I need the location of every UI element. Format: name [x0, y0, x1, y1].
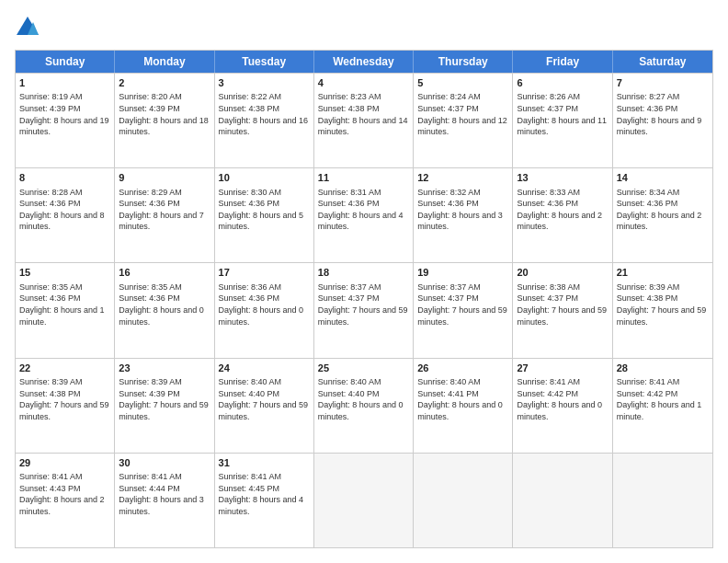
sunset: Sunset: 4:37 PM [517, 293, 578, 303]
daylight: Daylight: 8 hours and 0 minutes. [219, 305, 304, 327]
day-number: 5 [417, 76, 508, 90]
sunset: Sunset: 4:39 PM [119, 389, 180, 398]
sunrise: Sunrise: 8:26 AM [517, 92, 580, 101]
day-number: 21 [617, 266, 709, 280]
daylight: Daylight: 7 hours and 59 minutes. [119, 400, 209, 421]
cal-cell: 8Sunrise: 8:28 AMSunset: 4:36 PMDaylight… [16, 168, 115, 262]
sunrise: Sunrise: 8:32 AM [417, 188, 481, 197]
sunrise: Sunrise: 8:40 AM [219, 377, 282, 386]
day-number: 6 [517, 76, 608, 90]
daylight: Daylight: 8 hours and 9 minutes. [617, 116, 702, 137]
cal-row-5: 29Sunrise: 8:41 AMSunset: 4:43 PMDayligh… [16, 453, 712, 547]
sunset: Sunset: 4:36 PM [617, 199, 678, 208]
sunset: Sunset: 4:40 PM [219, 389, 280, 398]
day-number: 18 [318, 266, 409, 280]
sunrise: Sunrise: 8:41 AM [517, 377, 580, 386]
day-number: 7 [617, 76, 709, 90]
daylight: Daylight: 8 hours and 2 minutes. [517, 211, 602, 232]
daylight: Daylight: 7 hours and 59 minutes. [617, 305, 707, 327]
cal-cell: 9Sunrise: 8:29 AMSunset: 4:36 PMDaylight… [115, 168, 214, 262]
day-number: 9 [119, 171, 210, 185]
sunrise: Sunrise: 8:39 AM [617, 282, 680, 292]
sunrise: Sunrise: 8:28 AM [19, 188, 83, 197]
day-number: 10 [219, 171, 310, 185]
cal-row-2: 8Sunrise: 8:28 AMSunset: 4:36 PMDaylight… [16, 167, 712, 262]
cal-cell: 20Sunrise: 8:38 AMSunset: 4:37 PMDayligh… [513, 263, 612, 357]
daylight: Daylight: 7 hours and 59 minutes. [219, 400, 309, 421]
sunset: Sunset: 4:36 PM [617, 104, 678, 113]
daylight: Daylight: 8 hours and 2 minutes. [617, 211, 702, 232]
cal-cell: 23Sunrise: 8:39 AMSunset: 4:39 PMDayligh… [115, 359, 214, 453]
sunrise: Sunrise: 8:41 AM [219, 472, 282, 481]
cal-cell: 18Sunrise: 8:37 AMSunset: 4:37 PMDayligh… [314, 263, 414, 357]
cal-cell: 15Sunrise: 8:35 AMSunset: 4:36 PMDayligh… [16, 263, 115, 357]
cal-header-friday: Friday [513, 51, 612, 73]
sunrise: Sunrise: 8:40 AM [318, 377, 381, 386]
day-number: 17 [219, 266, 310, 280]
day-number: 8 [19, 171, 110, 185]
sunset: Sunset: 4:39 PM [19, 104, 81, 113]
sunset: Sunset: 4:41 PM [417, 389, 479, 398]
cal-cell: 25Sunrise: 8:40 AMSunset: 4:40 PMDayligh… [314, 359, 414, 453]
day-number: 29 [19, 456, 110, 470]
sunrise: Sunrise: 8:24 AM [417, 92, 481, 101]
cal-header-saturday: Saturday [613, 51, 712, 73]
day-number: 24 [219, 362, 310, 375]
cal-row-4: 22Sunrise: 8:39 AMSunset: 4:38 PMDayligh… [16, 358, 712, 453]
daylight: Daylight: 8 hours and 0 minutes. [517, 400, 602, 421]
day-number: 13 [517, 171, 608, 185]
sunrise: Sunrise: 8:39 AM [19, 377, 83, 386]
day-number: 27 [517, 362, 608, 375]
daylight: Daylight: 7 hours and 59 minutes. [517, 305, 607, 327]
cal-cell: 3Sunrise: 8:22 AMSunset: 4:38 PMDaylight… [215, 74, 314, 167]
sunrise: Sunrise: 8:38 AM [517, 282, 580, 292]
header [15, 15, 713, 40]
cal-cell [613, 454, 712, 547]
sunset: Sunset: 4:36 PM [517, 199, 578, 208]
cal-cell: 22Sunrise: 8:39 AMSunset: 4:38 PMDayligh… [16, 359, 115, 453]
day-number: 3 [219, 76, 310, 90]
daylight: Daylight: 8 hours and 1 minute. [617, 400, 702, 421]
sunset: Sunset: 4:37 PM [517, 104, 578, 113]
day-number: 19 [417, 266, 508, 280]
daylight: Daylight: 8 hours and 5 minutes. [219, 211, 304, 232]
calendar: SundayMondayTuesdayWednesdayThursdayFrid… [15, 50, 713, 548]
page: SundayMondayTuesdayWednesdayThursdayFrid… [0, 0, 728, 563]
calendar-header: SundayMondayTuesdayWednesdayThursdayFrid… [16, 51, 712, 73]
daylight: Daylight: 7 hours and 59 minutes. [318, 305, 408, 327]
sunset: Sunset: 4:37 PM [318, 293, 380, 303]
cal-cell: 31Sunrise: 8:41 AMSunset: 4:45 PMDayligh… [215, 454, 314, 547]
sunrise: Sunrise: 8:20 AM [119, 92, 182, 101]
cal-cell: 29Sunrise: 8:41 AMSunset: 4:43 PMDayligh… [16, 454, 115, 547]
sunset: Sunset: 4:42 PM [517, 389, 578, 398]
sunrise: Sunrise: 8:41 AM [19, 472, 83, 481]
sunrise: Sunrise: 8:19 AM [19, 92, 83, 101]
sunset: Sunset: 4:40 PM [318, 389, 380, 398]
cal-row-1: 1Sunrise: 8:19 AMSunset: 4:39 PMDaylight… [16, 73, 712, 167]
day-number: 23 [119, 362, 210, 375]
cal-header-sunday: Sunday [16, 51, 115, 73]
daylight: Daylight: 8 hours and 14 minutes. [318, 116, 408, 137]
sunrise: Sunrise: 8:23 AM [318, 92, 381, 101]
cal-cell: 13Sunrise: 8:33 AMSunset: 4:36 PMDayligh… [513, 168, 612, 262]
sunset: Sunset: 4:36 PM [19, 293, 81, 303]
cal-cell: 11Sunrise: 8:31 AMSunset: 4:36 PMDayligh… [314, 168, 414, 262]
cal-cell [513, 454, 612, 547]
daylight: Daylight: 8 hours and 8 minutes. [19, 211, 105, 232]
calendar-body: 1Sunrise: 8:19 AMSunset: 4:39 PMDaylight… [16, 73, 712, 547]
sunrise: Sunrise: 8:30 AM [219, 188, 282, 197]
day-number: 28 [617, 362, 709, 375]
day-number: 31 [219, 456, 310, 470]
daylight: Daylight: 7 hours and 59 minutes. [19, 400, 109, 421]
daylight: Daylight: 8 hours and 2 minutes. [19, 495, 105, 516]
cal-cell: 2Sunrise: 8:20 AMSunset: 4:39 PMDaylight… [115, 74, 214, 167]
cal-cell [314, 454, 414, 547]
sunrise: Sunrise: 8:31 AM [318, 188, 381, 197]
sunrise: Sunrise: 8:33 AM [517, 188, 580, 197]
sunrise: Sunrise: 8:41 AM [119, 472, 182, 481]
daylight: Daylight: 8 hours and 3 minutes. [119, 495, 204, 516]
cal-cell: 16Sunrise: 8:35 AMSunset: 4:36 PMDayligh… [115, 263, 214, 357]
cal-cell: 27Sunrise: 8:41 AMSunset: 4:42 PMDayligh… [513, 359, 612, 453]
cal-cell: 24Sunrise: 8:40 AMSunset: 4:40 PMDayligh… [215, 359, 314, 453]
sunset: Sunset: 4:38 PM [617, 293, 678, 303]
